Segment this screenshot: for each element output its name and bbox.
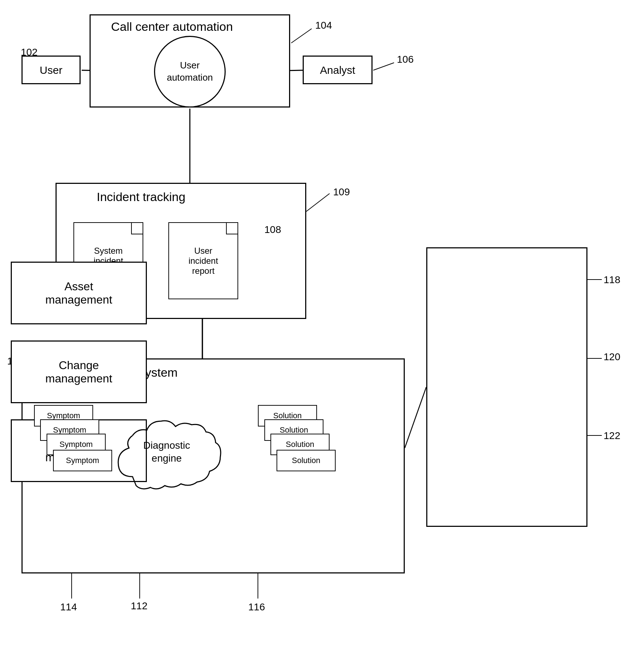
svg-line-15	[405, 387, 426, 448]
ref-118: 118	[604, 274, 620, 286]
diagram: Call center automation User automation 1…	[0, 0, 629, 672]
ref-114: 114	[60, 601, 77, 613]
change-management-label: Change management	[45, 359, 112, 385]
analyst-box: Analyst	[303, 56, 373, 84]
incident-tracking-label: Incident tracking	[97, 190, 186, 204]
solution2-label: Solution	[286, 440, 314, 449]
user-incident-doc: User incident report	[168, 222, 238, 299]
symptom1-label: Symptom	[66, 456, 99, 465]
ref-109: 109	[333, 186, 350, 198]
asset-management-label: Asset management	[45, 280, 112, 306]
ref-122: 122	[604, 430, 620, 442]
ref-120: 120	[604, 351, 620, 363]
call-center-label: Call center automation	[111, 20, 233, 34]
user-automation-circle: User automation	[154, 36, 226, 108]
user-automation-label: User automation	[167, 59, 213, 84]
ref-106: 106	[397, 54, 414, 65]
user-label: User	[40, 63, 62, 77]
ref-112: 112	[131, 600, 148, 612]
ref-102: 102	[21, 47, 38, 58]
symptom2-label: Symptom	[59, 440, 93, 449]
asset-management-box: Asset management	[11, 262, 147, 324]
ref-104: 104	[315, 20, 332, 31]
svg-line-8	[373, 63, 394, 70]
diagnostic-engine: Diagnostic engine	[111, 405, 222, 498]
symptom-box-1: Symptom	[53, 450, 112, 471]
ref-116: 116	[248, 601, 265, 613]
svg-line-9	[306, 194, 330, 211]
change-management-box: Change management	[11, 340, 147, 403]
user-box: User	[21, 56, 81, 84]
user-incident-label: User incident report	[188, 246, 218, 276]
ref-108: 108	[264, 224, 281, 235]
solution-box-1: Solution	[277, 450, 336, 471]
analyst-label: Analyst	[320, 63, 355, 77]
right-management-panel	[426, 247, 587, 527]
diagnostic-engine-label: Diagnostic engine	[143, 440, 190, 464]
svg-line-7	[291, 29, 312, 43]
solution1-label: Solution	[292, 456, 321, 465]
